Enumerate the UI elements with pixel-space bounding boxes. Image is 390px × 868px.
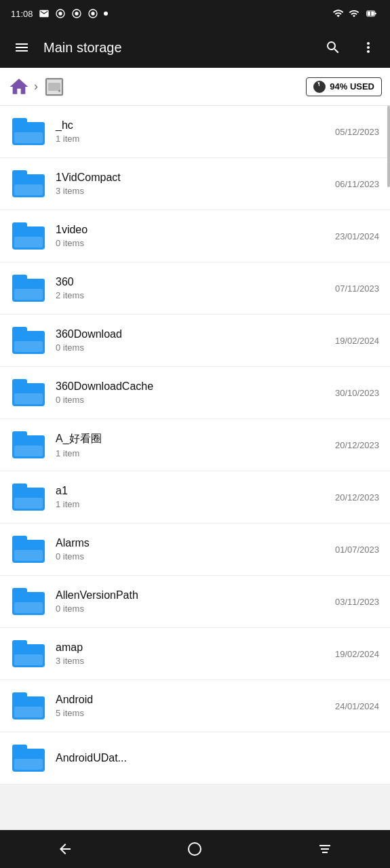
home-icon [8,76,30,98]
file-list-wrapper: _hc 1 item 05/12/2023 1VidCompact 3 item… [0,106,390,830]
search-button[interactable] [319,34,347,61]
list-item[interactable]: 1video 0 items 23/01/2024 [0,210,390,262]
folder-body [12,749,45,772]
folder-icon [12,536,45,563]
svg-point-1 [58,12,62,15]
folder-icon-wrap [11,636,46,671]
folder-icon [12,222,45,250]
scroll-indicator [387,106,390,187]
file-meta: 2 items [56,290,327,300]
svg-point-11 [58,90,60,92]
list-item[interactable]: amap 3 items 19/02/2024 [0,628,390,680]
storage-usage-text: 94% USED [330,81,374,92]
folder-body [12,644,45,667]
folder-icon-wrap [11,532,46,567]
list-item[interactable]: 360 2 items 07/11/2023 [0,262,390,315]
svg-rect-7 [375,13,376,15]
list-item[interactable]: A_好看圈 1 item 20/12/2023 [0,419,390,471]
file-info: AndroidUDat... [56,752,379,764]
folder-icon [12,484,45,511]
file-date: 24/01/2024 [335,701,379,711]
folder-icon-wrap [11,688,46,724]
folder-icon [12,692,45,719]
list-item[interactable]: AndroidUDat... [0,732,390,785]
file-info: Alarms 0 items [56,537,327,561]
folder-icon-wrap [11,114,46,149]
folder-icon [12,118,45,145]
wifi-icon [348,8,360,19]
folder-body-inner [14,759,43,770]
list-item[interactable]: AllenVersionPath 0 items 03/11/2023 [0,576,390,628]
file-name: a1 [56,485,327,497]
folder-body-inner [14,132,43,143]
folder-icon-wrap [11,375,46,410]
status-bar: 11:08 [0,0,390,27]
app-bar: Main storage [0,27,390,68]
svg-point-12 [189,843,201,855]
list-item[interactable]: Alarms 0 items 01/07/2023 [0,524,390,576]
folder-body [12,331,45,354]
file-meta: 0 items [56,238,327,248]
file-name: 1video [56,224,327,236]
list-item[interactable]: 360DownloadCache 0 items 30/10/2023 [0,367,390,419]
folder-icon [12,327,45,354]
file-date: 20/12/2023 [335,492,379,502]
more-options-button[interactable] [355,34,382,61]
list-item[interactable]: Android 5 items 24/01/2024 [0,680,390,732]
svg-point-5 [91,12,94,15]
folder-icon [12,431,45,458]
folder-body-inner [14,289,43,300]
list-item[interactable]: a1 1 item 20/12/2023 [0,471,390,524]
file-name: 360 [56,276,327,288]
folder-icon-wrap [11,323,46,358]
file-name: AndroidUDat... [56,752,379,764]
file-info: 360Download 0 items [56,328,327,353]
folder-icon [12,379,45,406]
list-item[interactable]: 360Download 0 items 19/02/2024 [0,315,390,367]
back-button[interactable] [49,833,81,865]
folder-icon-wrap [11,584,46,619]
folder-body-inner [14,237,43,248]
folder-body-inner [14,602,43,613]
page-title: Main storage [43,40,311,56]
file-info: 360DownloadCache 0 items [56,380,327,405]
folder-body-inner [14,393,43,404]
file-info: 1VidCompact 3 items [56,172,327,196]
folder-icon-wrap [11,479,46,515]
file-meta: 3 items [56,186,327,196]
file-name: 360Download [56,328,327,340]
list-item[interactable]: _hc 1 item 05/12/2023 [0,106,390,158]
folder-body [12,540,45,563]
back-icon [57,841,73,857]
folder-body [12,592,45,615]
file-date: 19/02/2024 [335,649,379,659]
folder-body [12,279,45,302]
email-icon [39,8,50,19]
file-info: 360 2 items [56,276,327,300]
bottom-nav [0,830,390,868]
file-name: AllenVersionPath [56,589,327,601]
breadcrumb-home[interactable] [8,76,30,98]
file-name: 1VidCompact [56,172,327,184]
file-list: _hc 1 item 05/12/2023 1VidCompact 3 item… [0,106,390,785]
battery-icon [364,8,379,19]
menu-button[interactable] [8,34,35,61]
file-name: 360DownloadCache [56,380,327,393]
list-item[interactable]: 1VidCompact 3 items 06/11/2023 [0,158,390,210]
folder-icon [12,640,45,667]
file-info: AllenVersionPath 0 items [56,589,327,614]
home-nav-button[interactable] [178,833,211,865]
folder-body-inner [14,446,43,456]
recents-button[interactable] [309,833,341,865]
home-nav-icon [187,841,203,857]
file-meta: 1 item [56,499,327,509]
folder-icon [12,275,45,302]
folder-icon-wrap [11,741,46,776]
folder-body-inner [14,498,43,509]
folder-body-inner [14,707,43,717]
file-meta: 0 items [56,551,327,561]
file-meta: 3 items [56,656,327,666]
storage-pie-icon [313,81,326,93]
breadcrumb-drive[interactable] [42,75,66,99]
file-info: Android 5 items [56,694,327,718]
